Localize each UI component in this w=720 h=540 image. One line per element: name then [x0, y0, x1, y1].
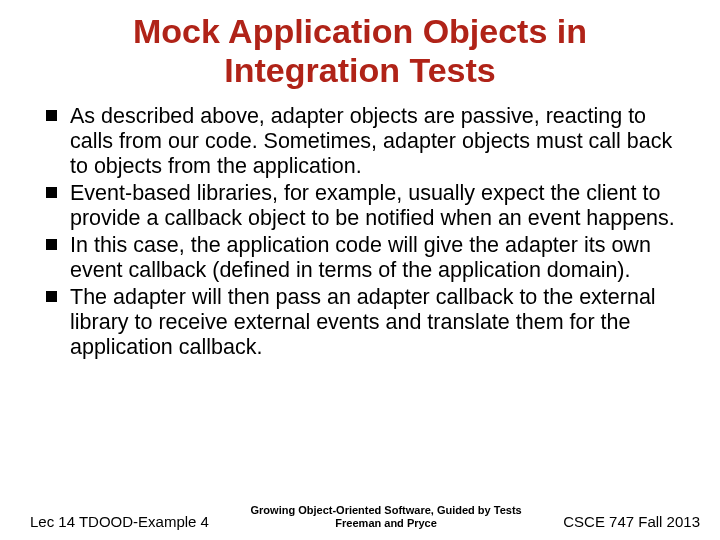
bullet-item: Event-based libraries, for example, usua…	[44, 181, 676, 231]
footer-left: Lec 14 TDOOD-Example 4	[30, 513, 209, 530]
title-line-2: Integration Tests	[224, 51, 495, 89]
slide-footer: Lec 14 TDOOD-Example 4 Growing Object-Or…	[0, 504, 720, 530]
bullet-item: In this case, the application code will …	[44, 233, 676, 283]
footer-center-line-2: Freeman and Pryce	[335, 517, 437, 529]
footer-center: Growing Object-Oriented Software, Guided…	[209, 504, 563, 530]
slide-body: As described above, adapter objects are …	[0, 90, 720, 359]
bullet-item: As described above, adapter objects are …	[44, 104, 676, 179]
title-line-1: Mock Application Objects in	[133, 12, 587, 50]
bullet-item: The adapter will then pass an adapter ca…	[44, 285, 676, 360]
slide: Mock Application Objects in Integration …	[0, 0, 720, 540]
footer-center-line-1: Growing Object-Oriented Software, Guided…	[251, 504, 522, 516]
footer-right: CSCE 747 Fall 2013	[563, 513, 700, 530]
bullet-list: As described above, adapter objects are …	[44, 104, 676, 359]
slide-title: Mock Application Objects in Integration …	[0, 0, 720, 90]
